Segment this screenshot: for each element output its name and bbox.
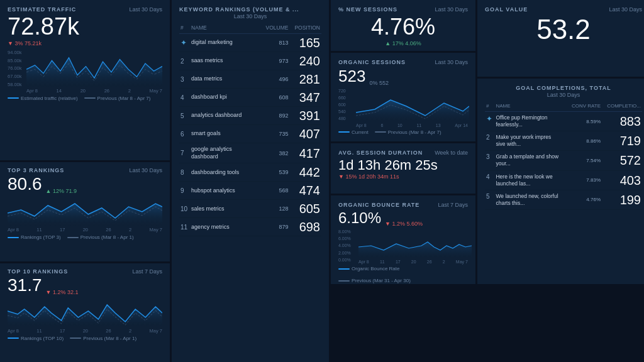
goal-row: 4 Here is the new look we launched las..… [485,170,642,190]
keyword-row: 10 sales metrics 128 605 [179,200,321,218]
duration-value: 1d 13h 26m 25s [338,157,468,173]
duration-title: AVG. SESSION DURATION [338,150,423,156]
keyword-row: 11 agency metrics 879 698 [179,218,321,236]
keywords-title: KEYWORD RANKINGS (VOLUME & ... [179,6,321,13]
right-col: GOAL VALUE Last 30 Days 53.2 GOAL COMPLE… [477,0,644,284]
organic-legend: Current Previous (Mar 8 - Apr 7) [338,129,468,135]
top10-period: Last 7 Days [132,268,162,275]
keyword-row: 8 dashboarding tools 539 442 [179,163,321,182]
top10-title: TOP 10 RANKINGS [8,268,68,275]
top10-value: 31.7 [8,276,42,295]
duration-change: 15% 1d 20h 34m 11s [338,173,468,180]
legend-current-dot [8,97,19,99]
traffic-chart [26,49,162,87]
top10-chart [8,295,162,327]
top3-value: 80.6 [8,175,42,194]
top3-card: TOP 3 RANKINGS Last 30 Days 80.6 12% 71.… [0,162,170,261]
top10-legend: Rankings (TOP 10) Previous (Mar 8 - Apr … [8,336,162,341]
goal-value-number: 53.2 [485,14,642,45]
sessions-title: % NEW SESSIONS [338,6,397,13]
traffic-legend: Estimated traffic (relative) Previous (M… [8,96,162,101]
sessions-period: Last 30 Days [435,6,468,13]
bounce-value: 6.10% [338,209,381,227]
goal-completions-table: # NAME CONV RATE COMPLETIO... ✦ Office p… [485,102,642,209]
svg-marker-3 [356,100,469,122]
session-duration-card: AVG. SESSION DURATION Week to date 1d 13… [331,143,475,194]
traffic-arrow [8,40,14,47]
top3-legend: Rankings (TOP 3) Previous (Mar 8 - Apr 1… [8,234,162,240]
top3-change: 12% 71.9 [46,188,77,194]
keywords-table: # NAME VOLUME POSITION ✦ digital marketi… [179,23,321,236]
bounce-period: Last 7 Days [438,202,468,208]
keyword-row: 7 google analytics dashboard 382 417 [179,143,321,163]
bounce-legend: Organic Bounce Rate Previous (Mar 31 - A… [338,266,468,283]
top10-arrow [46,289,53,295]
duration-period: Week to date [435,150,468,156]
new-sessions-card: % NEW SESSIONS Last 30 Days 4.76% 17% 4.… [331,0,475,51]
keywords-card: KEYWORD RANKINGS (VOLUME & ... Last 30 D… [172,0,329,362]
svg-marker-0 [26,58,162,87]
svg-marker-4 [358,242,472,258]
traffic-change: 3% 75.21k [8,40,162,47]
keyword-row: 2 saas metrics 973 240 [179,52,321,70]
top3-period: Last 30 Days [129,167,162,173]
keyword-row: 9 hubspot analytics 568 474 [179,182,321,200]
mid-right-col: % NEW SESSIONS Last 30 Days 4.76% 17% 4.… [331,0,475,284]
bounce-rate-card: ORGANIC BOUNCE RATE Last 7 Days 6.10% 1.… [331,195,475,284]
goal-row: 2 Make your work impres sive with... 8.8… [485,131,642,151]
top3-arrow [46,188,53,194]
legend-prev-dot [84,97,96,99]
top3-chart [8,194,162,226]
traffic-value: 72.87k [8,14,162,40]
organic-period: Last 30 Days [435,59,468,65]
bounce-chart [358,228,472,258]
goal-value-period: Last 30 Days [609,6,642,13]
organic-value: 523 [338,67,365,86]
keyword-row: 4 dashboard kpi 608 347 [179,89,321,107]
traffic-card: ESTIMATED TRAFFIC Last 30 Days 72.87k 3%… [0,0,170,160]
goal-value-card: GOAL VALUE Last 30 Days 53.2 [477,0,644,77]
traffic-period: Last 30 Days [129,6,162,13]
traffic-title: ESTIMATED TRAFFIC [8,6,76,13]
goal-row: 5 We launched new, colorful charts this.… [485,190,642,209]
organic-chart [356,87,469,122]
keyword-row: 6 smart goals 735 407 [179,125,321,143]
keyword-row: ✦ digital marketing 813 165 [179,34,321,52]
top3-x-labels: Apr 8 11 17 20 26 2 May 7 [8,227,162,233]
dashboard: ESTIMATED TRAFFIC Last 30 Days 72.87k 3%… [0,0,644,362]
keywords-period: Last 30 Days [179,13,321,19]
organic-sessions-card: ORGANIC SESSIONS Last 30 Days 523 0% 552… [331,53,475,141]
keyword-row: 5 analytics dashboard 892 391 [179,107,321,125]
top10-x-labels: Apr 8 11 17 20 26 2 May 7 [8,328,162,334]
goal-completions-card: GOAL COMPLETIONS, TOTAL Last 30 Days # N… [477,79,644,284]
left-column: ESTIMATED TRAFFIC Last 30 Days 72.87k 3%… [0,0,170,362]
goal-completions-title: GOAL COMPLETIONS, TOTAL [485,85,642,91]
goal-value-title: GOAL VALUE [485,6,528,13]
goal-row: ✦ Office pup Remington fearlessly... 8.5… [485,112,642,131]
sessions-value: 4.76% [338,14,468,40]
top10-change: 1.2% 32.1 [46,289,79,295]
bounce-title: ORGANIC BOUNCE RATE [338,202,419,208]
top3-title: TOP 3 RANKINGS [8,167,64,173]
sessions-change: 17% 4.06% [338,40,468,47]
keyword-row: 3 data metrics 496 281 [179,70,321,89]
top10-card: TOP 10 RANKINGS Last 7 Days 31.7 1.2% 32… [0,263,170,362]
traffic-x-labels: Apr 8 14 20 26 2 May 7 [8,88,162,94]
organic-title: ORGANIC SESSIONS [338,59,406,65]
goal-completions-period: Last 30 Days [485,92,642,98]
goal-row: 3 Grab a template and show your... 7.54%… [485,151,642,170]
